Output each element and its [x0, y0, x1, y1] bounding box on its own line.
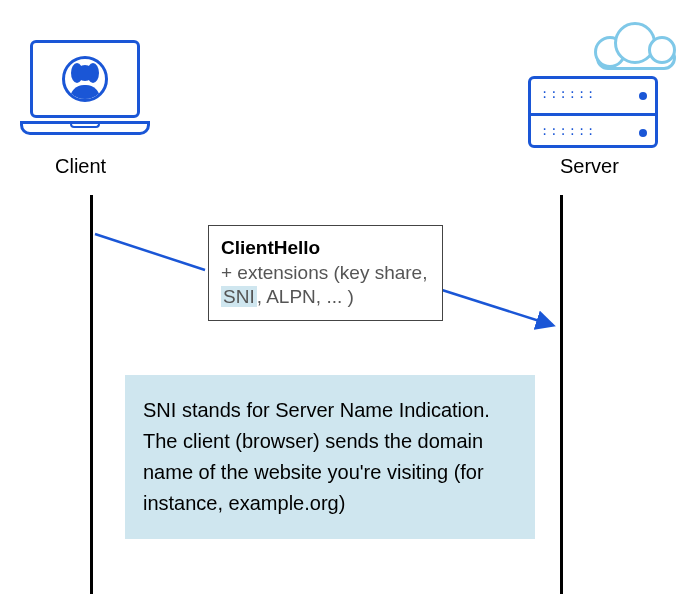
server-rack-icon: :::::: :::::: [528, 76, 658, 148]
svg-line-0 [95, 234, 205, 270]
ext-prefix: + extensions (key share, [221, 262, 427, 283]
message-extensions: + extensions (key share, SNI, ALPN, ... … [221, 262, 427, 308]
client-icon [20, 40, 150, 135]
message-title: ClientHello [221, 236, 430, 261]
client-label: Client [55, 155, 106, 178]
clienthello-message: ClientHello + extensions (key share, SNI… [208, 225, 443, 321]
ext-suffix: , ALPN, ... ) [257, 286, 354, 307]
sni-explanation: SNI stands for Server Name Indication. T… [125, 375, 535, 539]
client-lifeline [90, 195, 93, 594]
laptop-screen-icon [30, 40, 140, 118]
laptop-base-icon [20, 121, 150, 135]
sni-highlight: SNI [221, 286, 257, 307]
cloud-icon [592, 18, 682, 68]
server-lifeline [560, 195, 563, 594]
svg-line-1 [442, 290, 552, 325]
avatar-icon [62, 56, 108, 102]
server-icon: :::::: :::::: [528, 18, 678, 138]
server-label: Server [560, 155, 619, 178]
